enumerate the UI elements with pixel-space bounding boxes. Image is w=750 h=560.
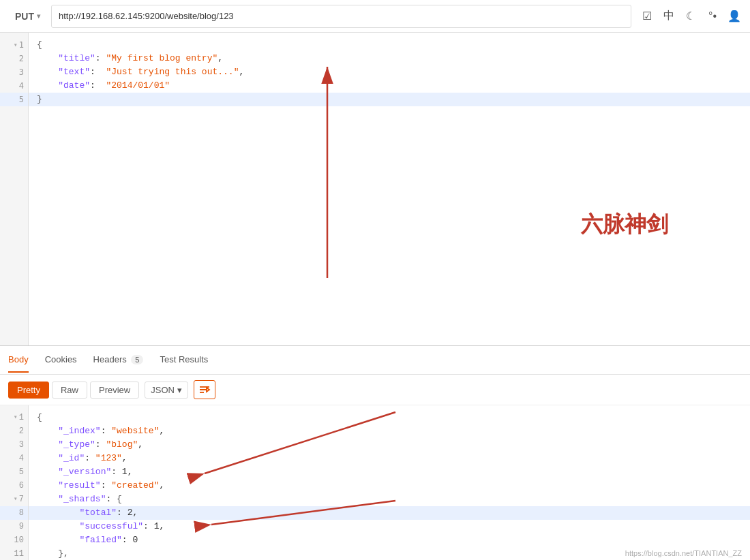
response-toolbar: Pretty Raw Preview JSON ▾ [0,375,750,405]
url-input[interactable] [51,5,631,28]
json-chevron-icon: ▾ [177,385,182,395]
resp-ln-3: 3 [0,438,28,452]
resp-line-9: "successful": 1, [37,520,742,533]
lang-icon[interactable]: 中 [661,9,676,24]
resp-ln-8: 8 [0,506,28,520]
resp-line-7: "_shards": { [37,493,742,506]
response-section: Body Cookies Headers 5 Test Results Pret… [0,346,750,560]
dots-icon[interactable]: °• [705,9,720,24]
footer: https://blog.csdn.net/TIANTIAN_ZZ [617,546,750,560]
req-line-1: { [37,38,742,52]
resp-ln-10: 10 [0,533,28,547]
preview-button[interactable]: Preview [90,382,139,399]
wrap-icon [198,384,211,395]
resp-ln-11: 11 [0,547,28,560]
req-line-4: "date": "2014/01/01" [37,79,742,93]
resp-ln-7: ▾7 [0,493,28,506]
top-bar: PUT ▾ ☑ 中 ☾ °• 👤 [0,0,750,33]
check-icon[interactable]: ☑ [640,9,655,24]
request-code[interactable]: { "title": "My first blog entry", "text"… [29,33,750,345]
resp-line-2: "_index": "website", [37,424,742,438]
ln-2: 2 [0,52,28,65]
resp-line-1: { [37,411,742,424]
ln-3: 3 [0,65,28,79]
method-dropdown[interactable]: PUT ▾ [8,7,47,26]
raw-button[interactable]: Raw [52,382,87,399]
resp-line-10: "failed": 0 [37,533,742,547]
method-label: PUT [15,11,34,22]
ln-1: ▾1 [0,38,28,52]
wrap-button[interactable] [194,380,215,399]
response-code[interactable]: { "_index": "website", "_type": "blog", … [29,405,750,560]
top-icons: ☑ 中 ☾ °• 👤 [640,9,742,24]
resp-ln-4: 4 [0,452,28,465]
json-format-label: JSON [151,385,175,395]
ln-5: 5 [0,93,28,106]
user-icon[interactable]: 👤 [727,9,742,24]
tab-cookies[interactable]: Cookies [45,347,77,373]
resp-line-3: "_type": "blog", [37,438,742,452]
request-editor: 六脉神剑 ▾1 2 3 4 5 { "title": "My first blo… [0,33,750,346]
annotation-label: 六脉神剑 [581,210,668,240]
moon-icon[interactable]: ☾ [683,9,698,24]
method-chevron: ▾ [37,12,40,20]
resp-ln-5: 5 [0,465,28,479]
response-tabs: Body Cookies Headers 5 Test Results [0,346,750,375]
request-line-numbers: ▾1 2 3 4 5 [0,33,29,345]
req-line-2: "title": "My first blog entry", [37,52,742,65]
resp-ln-1: ▾1 [0,411,28,424]
json-format-select[interactable]: JSON ▾ [145,382,188,399]
ln-4: 4 [0,79,28,93]
tab-body[interactable]: Body [8,347,29,373]
tab-test-results[interactable]: Test Results [160,347,208,373]
response-line-numbers: ▾1 2 3 4 5 6 ▾7 8 9 10 11 [0,405,29,560]
footer-text: https://blog.csdn.net/TIANTIAN_ZZ [625,549,742,557]
resp-line-5: "_version": 1, [37,465,742,479]
resp-ln-2: 2 [0,424,28,438]
pretty-button[interactable]: Pretty [8,382,49,399]
resp-ln-6: 6 [0,479,28,493]
resp-line-8: "total": 2, [29,506,750,520]
response-body: ▾1 2 3 4 5 6 ▾7 8 9 10 11 { "_index": "w… [0,405,750,560]
headers-badge: 5 [131,355,143,364]
resp-line-4: "_id": "123", [37,452,742,465]
resp-ln-9: 9 [0,520,28,533]
req-line-5: } [29,93,750,106]
resp-line-6: "result": "created", [37,479,742,493]
req-line-3: "text": "Just trying this out...", [37,65,742,79]
tab-headers[interactable]: Headers 5 [93,347,144,373]
